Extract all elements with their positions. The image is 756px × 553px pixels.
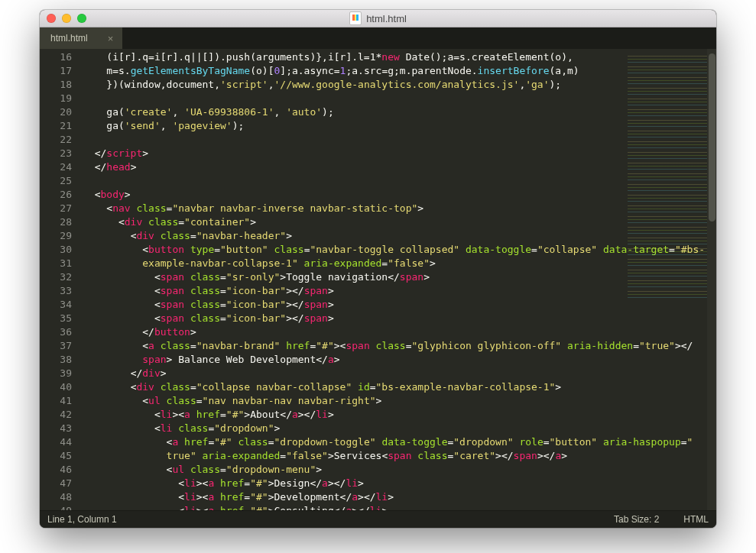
code-line[interactable]: <li><a href="#">About</a></li> [78, 408, 716, 422]
code-line[interactable]: m=s.getElementsByTagName(o)[0];a.async=1… [78, 64, 716, 78]
code-line[interactable]: <span class="icon-bar"></span> [78, 284, 716, 298]
line-number: 16 [40, 50, 72, 64]
status-bar: Line 1, Column 1 Tab Size: 2 HTML [40, 510, 716, 528]
code-line[interactable]: <li class="dropdown"> [78, 422, 716, 435]
line-number: 32 [40, 270, 72, 284]
code-line[interactable] [78, 92, 716, 105]
scrollbar-thumb[interactable] [709, 53, 715, 222]
code-line[interactable]: <div class="container"> [78, 215, 716, 229]
status-syntax[interactable]: HTML [683, 514, 709, 525]
code-line[interactable]: ga('send', 'pageview'); [78, 119, 716, 133]
zoom-window-button[interactable] [77, 14, 86, 23]
line-number: 23 [40, 147, 72, 160]
line-number: 29 [40, 229, 72, 243]
close-tab-icon[interactable]: × [108, 34, 114, 44]
code-line[interactable]: <div class="collapse navbar-collapse" id… [78, 380, 716, 394]
code-line[interactable]: <body> [78, 188, 716, 202]
vertical-scrollbar[interactable] [707, 49, 716, 510]
code-line[interactable]: <li><a href="#">Development</a></li> [78, 490, 716, 504]
line-number: 45 [40, 449, 72, 463]
close-window-button[interactable] [47, 14, 56, 23]
code-content[interactable]: (i[r].q=i[r].q||[]).push(arguments)},i[r… [78, 49, 716, 510]
line-number: 30 [40, 243, 72, 257]
window-title: html.html [40, 11, 716, 25]
code-line[interactable]: <nav class="navbar navbar-inverse navbar… [78, 202, 716, 215]
line-number: 48 [40, 490, 72, 504]
code-line[interactable]: <ul class="dropdown-menu"> [78, 463, 716, 477]
line-number: 27 [40, 202, 72, 215]
code-line[interactable]: </script> [78, 147, 716, 160]
code-line[interactable]: <span class="icon-bar"></span> [78, 312, 716, 325]
tab-strip: html.html × [40, 27, 716, 49]
editor-tab[interactable]: html.html × [40, 27, 123, 49]
line-number: 26 [40, 188, 72, 202]
tab-label: html.html [50, 33, 88, 44]
code-line[interactable]: true" aria-expanded="false">Services<spa… [78, 449, 716, 463]
titlebar[interactable]: html.html [40, 10, 716, 27]
line-number: 35 [40, 312, 72, 325]
code-line[interactable]: span> Balance Web Development</a> [78, 353, 716, 367]
line-number: 38 [40, 353, 72, 367]
code-line[interactable]: </head> [78, 160, 716, 174]
code-line[interactable]: example-navbar-collapse-1" aria-expanded… [78, 257, 716, 270]
traffic-lights [47, 14, 86, 23]
line-number: 34 [40, 298, 72, 312]
code-line[interactable] [78, 133, 716, 147]
line-number: 41 [40, 394, 72, 408]
line-number: 22 [40, 133, 72, 147]
file-icon [349, 11, 362, 25]
editor-area[interactable]: 1617181920212223242526272829303132333435… [40, 49, 716, 510]
code-line[interactable]: (i[r].q=i[r].q||[]).push(arguments)},i[r… [78, 50, 716, 64]
line-number: 18 [40, 78, 72, 92]
code-line[interactable]: </button> [78, 325, 716, 339]
code-line[interactable]: <a class="navbar-brand" href="#"><span c… [78, 339, 716, 353]
code-line[interactable]: <ul class="nav navbar-nav navbar-right"> [78, 394, 716, 408]
line-number: 21 [40, 119, 72, 133]
line-number: 46 [40, 463, 72, 477]
code-line[interactable]: <div class="navbar-header"> [78, 229, 716, 243]
line-number: 36 [40, 325, 72, 339]
line-number: 28 [40, 215, 72, 229]
minimize-window-button[interactable] [62, 14, 71, 23]
line-number: 31 [40, 257, 72, 270]
line-number: 17 [40, 64, 72, 78]
line-number: 44 [40, 435, 72, 449]
line-number: 37 [40, 339, 72, 353]
line-number-gutter: 1617181920212223242526272829303132333435… [40, 49, 78, 510]
window-title-text: html.html [366, 13, 407, 24]
code-line[interactable]: })(window,document,'script','//www.googl… [78, 78, 716, 92]
line-number: 24 [40, 160, 72, 174]
line-number: 47 [40, 477, 72, 490]
line-number: 49 [40, 504, 72, 510]
code-line[interactable]: <button type="button" class="navbar-togg… [78, 243, 716, 257]
line-number: 39 [40, 367, 72, 380]
code-line[interactable]: <li><a href="#">Design</a></li> [78, 477, 716, 490]
app-window: html.html html.html × 161718192021222324… [40, 10, 716, 528]
code-line[interactable]: <a href="#" class="dropdown-toggle" data… [78, 435, 716, 449]
code-line[interactable]: <span class="sr-only">Toggle navigation<… [78, 270, 716, 284]
status-cursor-position[interactable]: Line 1, Column 1 [47, 514, 117, 525]
code-line[interactable]: <span class="icon-bar"></span> [78, 298, 716, 312]
code-line[interactable] [78, 174, 716, 188]
line-number: 40 [40, 380, 72, 394]
code-line[interactable]: <li><a href="#">Consulting</a></li> [78, 504, 716, 510]
code-line[interactable]: ga('create', 'UA-69938806-1', 'auto'); [78, 105, 716, 119]
line-number: 33 [40, 284, 72, 298]
line-number: 25 [40, 174, 72, 188]
line-number: 42 [40, 408, 72, 422]
line-number: 20 [40, 105, 72, 119]
line-number: 43 [40, 422, 72, 435]
line-number: 19 [40, 92, 72, 105]
code-line[interactable]: </div> [78, 367, 716, 380]
status-tab-size[interactable]: Tab Size: 2 [614, 514, 659, 525]
